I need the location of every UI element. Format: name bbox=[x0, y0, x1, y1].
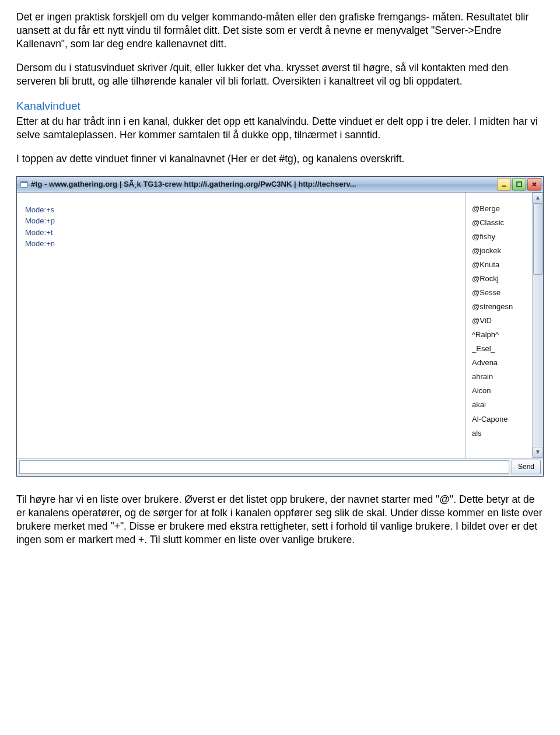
window-title: #tg - www.gathering.org | SÃ¸k TG13-crew… bbox=[31, 179, 497, 189]
section-heading: Kanalvinduet bbox=[16, 99, 544, 113]
mode-line: Mode:+t bbox=[25, 227, 460, 239]
paragraph: Det er ingen praktisk forskjell om du ve… bbox=[16, 10, 544, 51]
svg-rect-1 bbox=[20, 181, 27, 183]
scroll-up-button[interactable]: ▲ bbox=[533, 192, 543, 204]
scroll-thumb[interactable] bbox=[533, 204, 542, 275]
paragraph: Etter at du har trådt inn i en kanal, du… bbox=[16, 115, 544, 142]
irc-window: #tg - www.gathering.org | SÃ¸k TG13-crew… bbox=[16, 176, 544, 477]
mode-line: Mode:+p bbox=[25, 215, 460, 227]
user-list-pane: @Berge @Classic @fishy @jockek @Knuta @R… bbox=[466, 192, 543, 458]
app-icon bbox=[19, 180, 29, 189]
send-button[interactable]: Send bbox=[512, 460, 541, 474]
user-list-scrollbar[interactable]: ▲ ▼ bbox=[532, 192, 543, 458]
paragraph: Til høyre har vi en liste over brukere. … bbox=[16, 493, 544, 547]
minimize-button[interactable] bbox=[497, 178, 511, 191]
paragraph: Dersom du i statusvinduet skriver /quit,… bbox=[16, 61, 544, 88]
message-input[interactable] bbox=[19, 460, 509, 474]
input-bar: Send bbox=[17, 458, 543, 476]
svg-rect-2 bbox=[502, 186, 506, 187]
maximize-button[interactable] bbox=[512, 178, 526, 191]
close-button[interactable] bbox=[527, 178, 541, 191]
mode-line: Mode:+s bbox=[25, 204, 460, 216]
mode-line: Mode:+n bbox=[25, 238, 460, 250]
svg-rect-3 bbox=[517, 182, 522, 187]
scroll-down-button[interactable]: ▼ bbox=[533, 447, 543, 458]
paragraph: I toppen av dette vinduet finner vi kana… bbox=[16, 152, 544, 166]
titlebar[interactable]: #tg - www.gathering.org | SÃ¸k TG13-crew… bbox=[17, 177, 543, 192]
chat-pane: Mode:+s Mode:+p Mode:+t Mode:+n bbox=[17, 192, 466, 458]
